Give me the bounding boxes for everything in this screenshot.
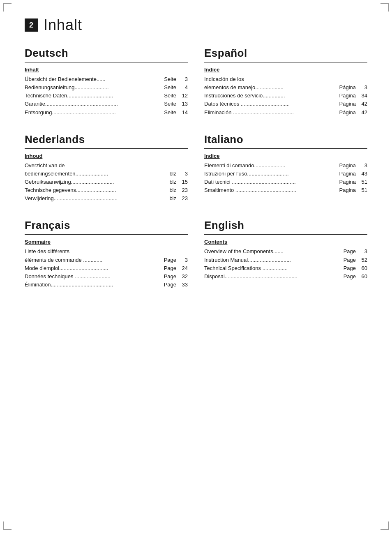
toc-entry: Élimination.............................…	[25, 281, 188, 289]
toc-text: Technical Specifications ...............…	[204, 264, 343, 272]
toc-text: Übersicht der Bedienelemente......	[25, 75, 163, 83]
corner-mark-bottom-right	[380, 521, 389, 530]
toc-page-word: Seite	[164, 92, 176, 100]
toc-page-word: blz	[169, 186, 176, 194]
toc-entry: Elementi di comando.....................…	[204, 162, 367, 170]
toc-page-word: Pagina	[339, 170, 356, 178]
toc-entry: Technical Specifications ...............…	[204, 264, 367, 272]
toc-page-num: 3	[356, 247, 367, 256]
toc-entry: Datos técnicos .........................…	[204, 100, 367, 108]
toc-entry: Overzicht van debedieningselementen.....…	[25, 162, 188, 178]
lang-title-deutsch: Deutsch	[25, 47, 188, 60]
toc-page-word: Pagina	[339, 178, 356, 186]
toc-heading-nederlands: Inhoud	[25, 153, 188, 159]
toc-text: Élimination.............................…	[25, 281, 163, 289]
lang-title-english: English	[204, 219, 367, 232]
corner-mark-top-left	[3, 3, 12, 12]
lang-title-francais: Français	[25, 219, 188, 232]
toc-page-num: 3	[176, 256, 188, 264]
section-francais: Français Sommaire Liste des différentsél…	[25, 219, 188, 289]
toc-text: Verwijdering............................…	[25, 194, 168, 203]
toc-page-num: 60	[356, 272, 367, 281]
toc-text: Technische gegevens.....................…	[25, 186, 168, 194]
page-header: 2 Inhalt	[25, 16, 367, 34]
divider-espanol	[204, 62, 367, 62]
toc-page-num: 32	[176, 272, 188, 281]
toc-text: Données techniques .....................…	[25, 272, 163, 281]
toc-page-word: Page	[164, 272, 176, 281]
toc-entry: Smaltimento ............................…	[204, 186, 367, 194]
toc-page-word: blz	[169, 194, 176, 203]
toc-page-word: Page	[164, 256, 176, 264]
section-italiano: Italiano Indice Elementi di comando.....…	[204, 133, 367, 203]
toc-text: Overzicht van debedieningselementen.....…	[25, 162, 168, 178]
toc-page-word: Página	[339, 92, 356, 100]
toc-page-word: Pagina	[339, 162, 356, 170]
toc-page-num: 34	[356, 92, 367, 100]
toc-page-num: 52	[356, 256, 367, 264]
toc-heading-deutsch: Inhalt	[25, 67, 188, 73]
toc-text: Indicación de loselementos de manejo....…	[204, 75, 339, 92]
toc-page-num: 51	[356, 186, 367, 194]
toc-heading-espanol: Indice	[204, 67, 367, 73]
toc-page-num: 3	[356, 162, 367, 170]
divider-nederlands	[25, 148, 188, 149]
toc-page-num: 3	[176, 75, 188, 83]
toc-page-num: 15	[176, 178, 188, 186]
section-deutsch: Deutsch Inhalt Übersicht der Bedieneleme…	[25, 47, 188, 117]
lang-title-espanol: Español	[204, 47, 367, 60]
toc-entry: Gebruiksaanwijzing......................…	[25, 178, 188, 186]
toc-text: Dati tecnici ...........................…	[204, 178, 339, 186]
toc-text: Disposal................................…	[204, 272, 343, 281]
corner-mark-top-right	[380, 3, 389, 12]
toc-heading-francais: Sommaire	[25, 239, 188, 245]
toc-page-word: Page	[344, 264, 356, 272]
toc-entry: Verwijdering............................…	[25, 194, 188, 203]
toc-page-num: 60	[356, 264, 367, 272]
toc-page-word: Page	[344, 256, 356, 264]
toc-page-word: Página	[339, 83, 356, 92]
toc-page-num: 3	[176, 170, 188, 178]
page-title: Inhalt	[44, 16, 82, 34]
toc-text: Smaltimento ............................…	[204, 186, 339, 194]
toc-text: Bedienungsanleitung.....................…	[25, 83, 163, 92]
toc-entry: Eliminación ............................…	[204, 108, 367, 117]
toc-text: Eliminación ............................…	[204, 108, 339, 117]
toc-page-num: 33	[176, 281, 188, 289]
toc-page-num: 51	[356, 178, 367, 186]
divider-francais	[25, 234, 188, 235]
lang-title-nederlands: Nederlands	[25, 133, 188, 146]
divider-deutsch	[25, 62, 188, 62]
toc-entry: Übersicht der Bedienelemente...... Seite…	[25, 75, 188, 83]
toc-entry: Indicación de loselementos de manejo....…	[204, 75, 367, 92]
toc-text: Garantie................................…	[25, 100, 163, 108]
divider-english	[204, 234, 367, 235]
toc-text: Mode d'emploi...........................…	[25, 264, 163, 272]
toc-entry: Données techniques .....................…	[25, 272, 188, 281]
section-espanol: Español Indice Indicación de loselemento…	[204, 47, 367, 117]
toc-text: Instruction Manual......................…	[204, 256, 343, 264]
toc-page-word: blz	[169, 170, 176, 178]
toc-text: Entsorgung..............................…	[25, 108, 163, 117]
toc-page-num: 24	[176, 264, 188, 272]
toc-page-word: Seite	[164, 75, 176, 83]
toc-entry: Instrucciones de servicio...............…	[204, 92, 367, 100]
section-nederlands: Nederlands Inhoud Overzicht van debedien…	[25, 133, 188, 203]
toc-page-num: 42	[356, 108, 367, 117]
toc-text: Technische Daten........................…	[25, 92, 163, 100]
toc-page-word: Page	[164, 281, 176, 289]
toc-page-word: Seite	[164, 108, 176, 117]
divider-italiano	[204, 148, 367, 149]
toc-text: Liste des différentséléments de commande…	[25, 247, 163, 264]
toc-entry: Bedienungsanleitung.....................…	[25, 83, 188, 92]
section-english: English Contents Overview of the Compone…	[204, 219, 367, 289]
toc-page-num: 3	[356, 83, 367, 92]
toc-page-word: Página	[339, 100, 356, 108]
toc-entry: Garantie................................…	[25, 100, 188, 108]
toc-page-num: 13	[176, 100, 188, 108]
toc-entry: Overview of the Components....... Page 3	[204, 247, 367, 256]
toc-page-word: Page	[344, 272, 356, 281]
toc-entry: Dati tecnici ...........................…	[204, 178, 367, 186]
toc-entry: Technische gegevens.....................…	[25, 186, 188, 194]
toc-page-word: Página	[339, 108, 356, 117]
